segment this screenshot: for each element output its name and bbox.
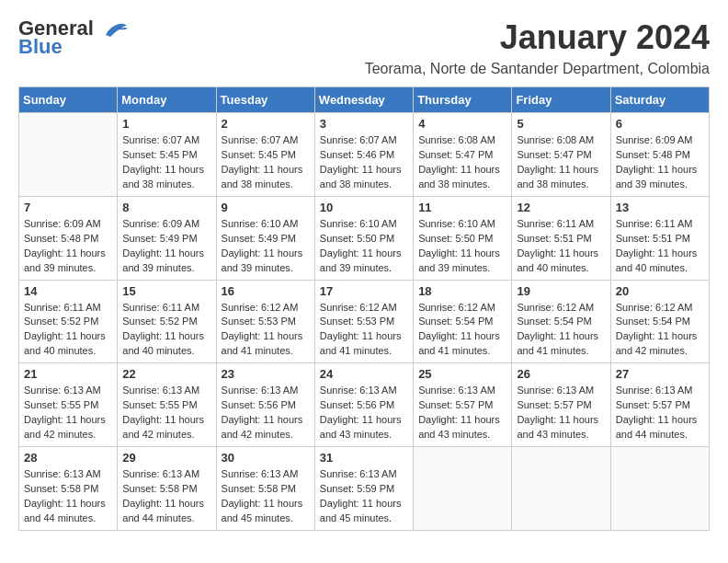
day-number: 29 — [122, 451, 210, 465]
calendar-cell: 24Sunrise: 6:13 AM Sunset: 5:56 PM Dayli… — [314, 363, 413, 447]
day-number: 24 — [320, 367, 408, 381]
day-info: Sunrise: 6:11 AM Sunset: 5:52 PM Dayligh… — [122, 301, 210, 360]
day-number: 8 — [122, 201, 210, 214]
day-number: 12 — [517, 201, 605, 214]
day-number: 25 — [418, 367, 506, 381]
day-info: Sunrise: 6:07 AM Sunset: 5:45 PM Dayligh… — [222, 133, 310, 192]
calendar-cell: 21Sunrise: 6:13 AM Sunset: 5:55 PM Dayli… — [19, 363, 118, 447]
calendar-cell: 8Sunrise: 6:09 AM Sunset: 5:49 PM Daylig… — [118, 196, 216, 280]
calendar-cell: 29Sunrise: 6:13 AM Sunset: 5:58 PM Dayli… — [118, 447, 216, 531]
day-number: 21 — [24, 367, 112, 381]
logo: General Blue — [18, 18, 129, 57]
calendar-cell: 18Sunrise: 6:12 AM Sunset: 5:54 PM Dayli… — [414, 280, 512, 363]
calendar-cell: 2Sunrise: 6:07 AM Sunset: 5:45 PM Daylig… — [216, 113, 314, 197]
page-subtitle: Teorama, Norte de Santander Department, … — [365, 61, 710, 77]
day-info: Sunrise: 6:10 AM Sunset: 5:50 PM Dayligh… — [320, 217, 408, 276]
calendar-cell: 20Sunrise: 6:12 AM Sunset: 5:54 PM Dayli… — [610, 280, 709, 363]
calendar-cell: 31Sunrise: 6:13 AM Sunset: 5:59 PM Dayli… — [314, 447, 413, 531]
day-info: Sunrise: 6:08 AM Sunset: 5:47 PM Dayligh… — [517, 133, 605, 192]
calendar-cell: 26Sunrise: 6:13 AM Sunset: 5:57 PM Dayli… — [512, 363, 610, 447]
day-info: Sunrise: 6:12 AM Sunset: 5:54 PM Dayligh… — [616, 301, 704, 360]
day-info: Sunrise: 6:13 AM Sunset: 5:57 PM Dayligh… — [517, 384, 605, 442]
day-info: Sunrise: 6:11 AM Sunset: 5:51 PM Dayligh… — [616, 217, 704, 276]
day-info: Sunrise: 6:09 AM Sunset: 5:48 PM Dayligh… — [24, 217, 112, 276]
calendar-cell: 25Sunrise: 6:13 AM Sunset: 5:57 PM Dayli… — [414, 363, 512, 447]
day-info: Sunrise: 6:13 AM Sunset: 5:56 PM Dayligh… — [320, 384, 408, 442]
day-number: 20 — [616, 284, 704, 298]
calendar-header-tuesday: Tuesday — [216, 87, 314, 113]
logo-blue: Blue — [18, 37, 129, 57]
day-number: 14 — [24, 284, 112, 298]
calendar-cell: 4Sunrise: 6:08 AM Sunset: 5:47 PM Daylig… — [414, 113, 512, 197]
day-number: 31 — [320, 451, 408, 465]
day-info: Sunrise: 6:09 AM Sunset: 5:48 PM Dayligh… — [616, 133, 704, 192]
day-number: 2 — [222, 117, 310, 131]
calendar-cell — [19, 113, 118, 197]
calendar-week-row: 1Sunrise: 6:07 AM Sunset: 5:45 PM Daylig… — [19, 113, 710, 197]
day-info: Sunrise: 6:11 AM Sunset: 5:52 PM Dayligh… — [24, 301, 112, 360]
day-number: 18 — [418, 284, 506, 298]
calendar-cell: 13Sunrise: 6:11 AM Sunset: 5:51 PM Dayli… — [610, 196, 709, 280]
day-info: Sunrise: 6:13 AM Sunset: 5:57 PM Dayligh… — [616, 384, 704, 442]
day-info: Sunrise: 6:13 AM Sunset: 5:57 PM Dayligh… — [418, 384, 506, 442]
day-number: 10 — [320, 201, 408, 214]
day-info: Sunrise: 6:13 AM Sunset: 5:58 PM Dayligh… — [24, 467, 112, 526]
calendar-cell: 5Sunrise: 6:08 AM Sunset: 5:47 PM Daylig… — [512, 113, 610, 197]
calendar-header-monday: Monday — [118, 87, 216, 113]
day-number: 28 — [24, 451, 112, 465]
calendar-cell: 12Sunrise: 6:11 AM Sunset: 5:51 PM Dayli… — [512, 196, 610, 280]
day-info: Sunrise: 6:07 AM Sunset: 5:45 PM Dayligh… — [122, 133, 210, 192]
calendar-header-wednesday: Wednesday — [314, 87, 413, 113]
calendar-cell: 16Sunrise: 6:12 AM Sunset: 5:53 PM Dayli… — [216, 280, 314, 363]
calendar-cell: 10Sunrise: 6:10 AM Sunset: 5:50 PM Dayli… — [314, 196, 413, 280]
day-number: 9 — [222, 201, 310, 214]
day-info: Sunrise: 6:09 AM Sunset: 5:49 PM Dayligh… — [122, 217, 210, 276]
calendar-cell: 17Sunrise: 6:12 AM Sunset: 5:53 PM Dayli… — [314, 280, 413, 363]
calendar-cell — [414, 447, 512, 531]
calendar-header-sunday: Sunday — [19, 87, 118, 113]
calendar-cell: 23Sunrise: 6:13 AM Sunset: 5:56 PM Dayli… — [216, 363, 314, 447]
page-header: General Blue January 2024 Teorama, Norte… — [18, 18, 710, 77]
calendar-table: SundayMondayTuesdayWednesdayThursdayFrid… — [18, 86, 710, 531]
calendar-cell: 1Sunrise: 6:07 AM Sunset: 5:45 PM Daylig… — [118, 113, 216, 197]
day-info: Sunrise: 6:07 AM Sunset: 5:46 PM Dayligh… — [320, 133, 408, 192]
calendar-cell: 28Sunrise: 6:13 AM Sunset: 5:58 PM Dayli… — [19, 447, 118, 531]
calendar-cell: 7Sunrise: 6:09 AM Sunset: 5:48 PM Daylig… — [19, 196, 118, 280]
day-info: Sunrise: 6:12 AM Sunset: 5:54 PM Dayligh… — [418, 301, 506, 360]
page-title: January 2024 — [365, 18, 710, 57]
calendar-week-row: 28Sunrise: 6:13 AM Sunset: 5:58 PM Dayli… — [19, 447, 710, 531]
day-number: 17 — [320, 284, 408, 298]
calendar-cell: 30Sunrise: 6:13 AM Sunset: 5:58 PM Dayli… — [216, 447, 314, 531]
day-number: 5 — [517, 117, 605, 131]
calendar-cell: 14Sunrise: 6:11 AM Sunset: 5:52 PM Dayli… — [19, 280, 118, 363]
calendar-header-friday: Friday — [512, 87, 610, 113]
day-number: 26 — [517, 367, 605, 381]
calendar-header-row: SundayMondayTuesdayWednesdayThursdayFrid… — [19, 87, 710, 113]
day-info: Sunrise: 6:13 AM Sunset: 5:59 PM Dayligh… — [320, 467, 408, 526]
day-number: 23 — [222, 367, 310, 381]
day-number: 11 — [418, 201, 506, 214]
day-info: Sunrise: 6:12 AM Sunset: 5:53 PM Dayligh… — [222, 301, 310, 360]
day-number: 7 — [24, 201, 112, 214]
day-number: 22 — [122, 367, 210, 381]
calendar-week-row: 14Sunrise: 6:11 AM Sunset: 5:52 PM Dayli… — [19, 280, 710, 363]
day-number: 6 — [616, 117, 704, 131]
day-info: Sunrise: 6:10 AM Sunset: 5:50 PM Dayligh… — [418, 217, 506, 276]
day-number: 30 — [222, 451, 310, 465]
day-number: 13 — [616, 201, 704, 214]
day-number: 16 — [222, 284, 310, 298]
calendar-cell: 11Sunrise: 6:10 AM Sunset: 5:50 PM Dayli… — [414, 196, 512, 280]
day-number: 4 — [418, 117, 506, 131]
day-info: Sunrise: 6:13 AM Sunset: 5:56 PM Dayligh… — [222, 384, 310, 442]
calendar-cell — [610, 447, 709, 531]
day-info: Sunrise: 6:13 AM Sunset: 5:55 PM Dayligh… — [122, 384, 210, 442]
day-info: Sunrise: 6:08 AM Sunset: 5:47 PM Dayligh… — [418, 133, 506, 192]
calendar-header-thursday: Thursday — [414, 87, 512, 113]
day-info: Sunrise: 6:13 AM Sunset: 5:58 PM Dayligh… — [122, 467, 210, 526]
day-number: 27 — [616, 367, 704, 381]
day-info: Sunrise: 6:10 AM Sunset: 5:49 PM Dayligh… — [222, 217, 310, 276]
calendar-cell — [512, 447, 610, 531]
calendar-cell: 27Sunrise: 6:13 AM Sunset: 5:57 PM Dayli… — [610, 363, 709, 447]
day-info: Sunrise: 6:12 AM Sunset: 5:54 PM Dayligh… — [517, 301, 605, 360]
day-number: 1 — [122, 117, 210, 131]
